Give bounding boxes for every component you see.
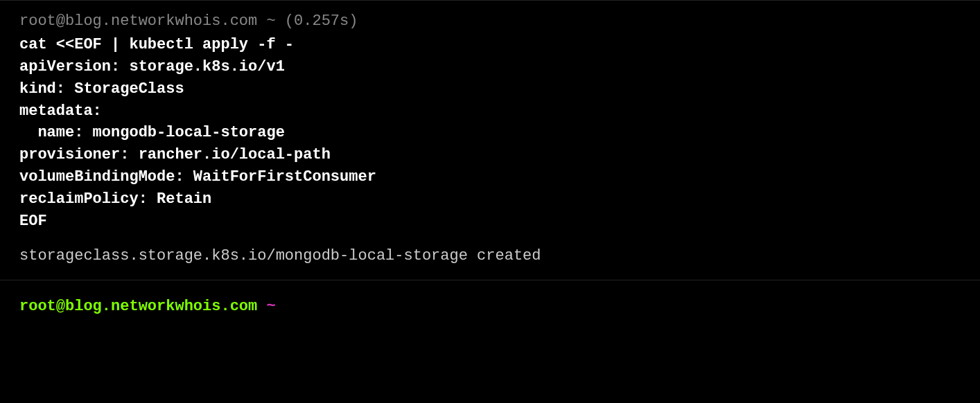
active-prompt: root@blog.networkwhois.com ~: [19, 298, 276, 315]
prompt-user-host: root@blog.networkwhois.com: [19, 298, 266, 315]
prompt-header: root@blog.networkwhois.com ~ (0.257s): [19, 10, 961, 33]
command-block: root@blog.networkwhois.com ~ (0.257s) ca…: [0, 0, 980, 280]
prompt-path: ~: [266, 298, 275, 315]
command-text: cat <<EOF | kubectl apply -f - apiVersio…: [19, 34, 961, 233]
terminal-window: root@blog.networkwhois.com ~ (0.257s) ca…: [0, 0, 980, 330]
command-output: storageclass.storage.k8s.io/mongodb-loca…: [19, 245, 961, 267]
active-prompt-block[interactable]: root@blog.networkwhois.com ~: [0, 280, 980, 330]
